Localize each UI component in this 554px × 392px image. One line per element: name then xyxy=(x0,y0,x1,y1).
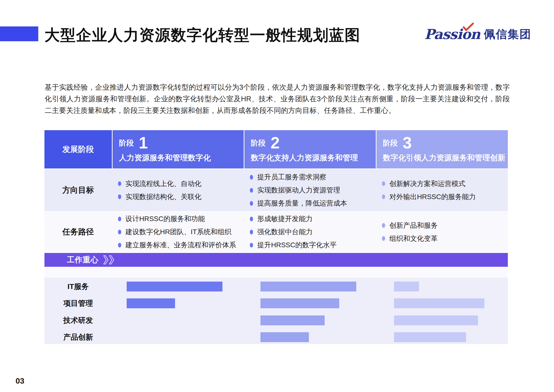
item-text: 创新解决方案和运营模式 xyxy=(389,179,465,188)
phase-tag: 阶段 xyxy=(251,138,266,150)
item-text: 创新产品和服务 xyxy=(389,221,438,230)
bullet-icon xyxy=(118,194,121,199)
phase-subtitle: 数字化引领人力资源服务和管理创新 xyxy=(383,153,508,163)
goals-row: 方向目标 实现流程线上化、自动化实现数据结构化、关联化 提升员工服务需求洞察实现… xyxy=(44,169,508,211)
goals-phase-2: 提升员工服务需求洞察实现数据驱动人力资源管理提高服务质量，降低运营成本 xyxy=(244,169,376,211)
tasks-phase-1: 设计HRSSC的服务和功能建设数字化HR团队、IT系统和组织建立服务标准、业务流… xyxy=(113,212,244,252)
item-text: 对外输出HRSSC的服务能力 xyxy=(389,192,476,202)
title-accent-bar xyxy=(0,26,38,41)
focus-bar-phase-3 xyxy=(394,315,478,325)
bullet-icon xyxy=(118,243,121,248)
goal-item: 提升员工服务需求洞察 xyxy=(250,172,373,182)
goal-item: 创新解决方案和运营模式 xyxy=(382,179,505,188)
phase-1-header: 阶段1人力资源服务和管理数字化 xyxy=(113,130,244,168)
item-text: 强化数据中台能力 xyxy=(257,227,313,237)
row-header-focus: 工作重心 xyxy=(67,255,99,265)
task-item: 建设数字化HR团队、IT系统和组织 xyxy=(118,227,241,237)
bullet-icon xyxy=(382,236,385,241)
company-logo: Passion 佩信集团 xyxy=(424,27,531,41)
intro-paragraph: 基于实践经验，企业推进人力资源数字化转型的过程可以分为3个阶段，依次是人力资源服… xyxy=(45,82,510,116)
row-header-goals: 方向目标 xyxy=(44,169,112,211)
logo-check-icon xyxy=(462,23,474,32)
task-item: 提升HRSSC的数字化水平 xyxy=(250,240,373,250)
item-text: 实现流程线上化、自动化 xyxy=(125,179,201,188)
goal-item: 实现数据结构化、关联化 xyxy=(118,192,241,202)
phase-number: 3 xyxy=(403,136,412,150)
item-text: 提升HRSSC的数字化水平 xyxy=(257,240,337,250)
focus-bar-phase-2 xyxy=(260,298,339,308)
goal-item: 实现数据驱动人力资源管理 xyxy=(250,186,373,195)
goal-item: 对外输出HRSSC的服务能力 xyxy=(382,192,505,202)
task-item: 设计HRSSC的服务和功能 xyxy=(118,214,241,224)
item-text: 提高服务质量，降低运营成本 xyxy=(257,199,347,208)
goal-item: 提高服务质量，降低运营成本 xyxy=(250,199,373,208)
bullet-icon xyxy=(118,217,121,221)
bullet-icon xyxy=(250,175,253,180)
item-text: 形成敏捷开发能力 xyxy=(257,214,313,224)
bullet-icon xyxy=(250,217,253,221)
focus-bar-phase-1 xyxy=(127,298,175,308)
focus-bar-phase-2 xyxy=(260,315,325,325)
focus-bar-phase-2 xyxy=(260,332,309,342)
phase-number: 1 xyxy=(139,136,148,150)
focus-bar-phase-3 xyxy=(394,282,419,291)
bullet-icon xyxy=(382,181,385,186)
logo-company-name: 佩信集团 xyxy=(484,28,531,40)
row-header-stage: 发展阶段 xyxy=(44,130,112,168)
focus-bar-phase-1 xyxy=(127,282,222,291)
tasks-row: 任务路径 设计HRSSC的服务和功能建设数字化HR团队、IT系统和组织建立服务标… xyxy=(44,212,508,252)
item-text: 实现数据结构化、关联化 xyxy=(125,192,201,202)
task-item: 形成敏捷开发能力 xyxy=(250,214,373,224)
phase-2-header: 阶段2数字化支持人力资源服务和管理 xyxy=(244,130,376,168)
focus-bar-phase-3 xyxy=(394,332,466,342)
tasks-phase-3: 创新产品和服务组织和文化变革 xyxy=(376,212,508,252)
work-focus-chart: IT服务项目管理技术研发产品创新 xyxy=(44,278,508,344)
goal-item: 实现流程线上化、自动化 xyxy=(118,179,241,188)
phase-subtitle: 数字化支持人力资源服务和管理 xyxy=(251,153,376,163)
bullet-icon xyxy=(382,194,385,199)
slide: 大型企业人力资源数字化转型一般性规划蓝图 Passion 佩信集团 基于实践经验… xyxy=(0,0,554,392)
goals-phase-3: 创新解决方案和运营模式对外输出HRSSC的服务能力 xyxy=(376,169,508,211)
item-text: 建立服务标准、业务流程和评价体系 xyxy=(125,240,236,250)
phase-3-header: 阶段3数字化引领人力资源服务和管理创新 xyxy=(376,130,508,168)
phase-number: 2 xyxy=(271,136,280,150)
double-chevron-icon xyxy=(103,255,116,265)
row-header-tasks: 任务路径 xyxy=(44,212,112,252)
page-title: 大型企业人力资源数字化转型一般性规划蓝图 xyxy=(44,25,360,45)
item-text: 组织和文化变革 xyxy=(389,234,438,243)
focus-bar-phase-3 xyxy=(394,298,484,308)
task-item: 建立服务标准、业务流程和评价体系 xyxy=(118,240,241,250)
banner-chart-gap xyxy=(44,267,508,278)
focus-bar-phase-2 xyxy=(260,282,356,291)
bullet-icon xyxy=(250,243,253,248)
item-text: 设计HRSSC的服务和功能 xyxy=(125,214,205,224)
item-text: 建设数字化HR团队、IT系统和组织 xyxy=(125,227,231,237)
bullet-icon xyxy=(118,230,121,234)
tasks-phase-2: 形成敏捷开发能力强化数据中台能力提升HRSSC的数字化水平 xyxy=(244,212,376,252)
goals-phase-1: 实现流程线上化、自动化实现数据结构化、关联化 xyxy=(113,169,244,211)
task-item: 创新产品和服务 xyxy=(382,221,505,230)
bullet-icon xyxy=(118,181,121,186)
bullet-icon xyxy=(250,230,253,234)
phase-tag: 阶段 xyxy=(119,138,134,150)
item-text: 实现数据驱动人力资源管理 xyxy=(257,186,340,195)
phases-table: 发展阶段 阶段1人力资源服务和管理数字化阶段2数字化支持人力资源服务和管理阶段3… xyxy=(44,130,508,344)
chart-category-label: 项目管理 xyxy=(44,298,112,308)
chart-category-label: IT服务 xyxy=(44,282,112,291)
task-item: 强化数据中台能力 xyxy=(250,227,373,237)
item-text: 提升员工服务需求洞察 xyxy=(257,172,326,182)
task-item: 组织和文化变革 xyxy=(382,234,505,243)
chart-category-label: 产品创新 xyxy=(44,332,112,342)
bullet-icon xyxy=(250,201,253,206)
logo-passion-text: Passion xyxy=(424,27,480,41)
phase-tag: 阶段 xyxy=(383,138,398,150)
phase-subtitle: 人力资源服务和管理数字化 xyxy=(119,153,244,163)
chart-category-label: 技术研发 xyxy=(44,315,112,325)
page-number: 03 xyxy=(16,376,24,386)
bullet-icon xyxy=(382,223,385,228)
bullet-icon xyxy=(250,188,253,193)
work-focus-banner: 工作重心 xyxy=(44,253,508,267)
